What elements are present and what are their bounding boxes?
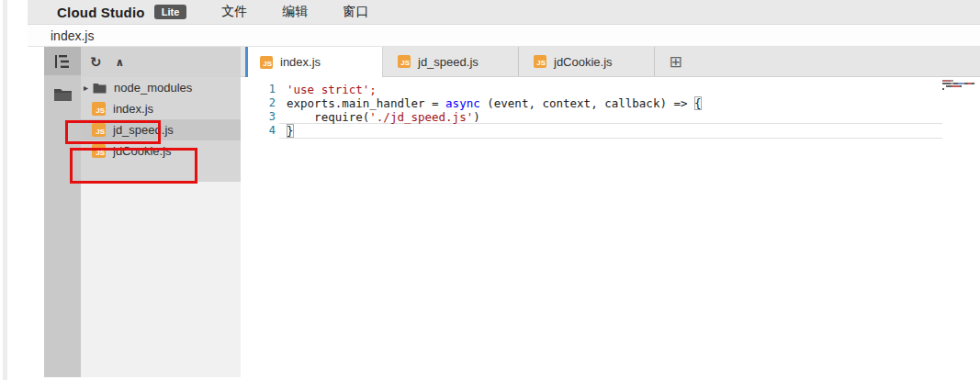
js-file-icon: JS <box>260 56 273 69</box>
minimap-segment <box>952 85 960 87</box>
tree-item-index-js[interactable]: JS index.js <box>81 98 241 119</box>
minimap-segment <box>942 88 944 90</box>
js-file-icon: JS <box>92 144 106 158</box>
js-file-icon: JS <box>92 102 106 116</box>
code-line[interactable]: 4} <box>241 124 980 138</box>
file-name: jd_speed.js <box>113 123 174 137</box>
minimap-line <box>942 83 980 84</box>
code-segment: async <box>445 96 480 110</box>
cloud-studio-window: Cloud Studio Lite 文件 编辑 窗口 index.js <box>28 0 980 377</box>
code-text: require('./jd_speed.js') <box>276 110 480 124</box>
code-text: exports.main_handler = async (event, con… <box>276 96 702 110</box>
matched-bracket: } <box>287 124 294 138</box>
tab-jd-speed-js[interactable]: JS jd_speed.js <box>383 47 519 76</box>
file-name: node_modules <box>114 81 192 95</box>
tab-jdcookie-js[interactable]: JS jdCookie.js <box>519 47 655 76</box>
plus-icon: ⊞ <box>669 52 681 72</box>
minimap-line <box>942 85 980 87</box>
code-text: 'use strict'; <box>276 83 377 96</box>
tab-bar: JS index.js JS jd_speed.js JS jdCookie.j… <box>241 47 980 77</box>
minimap-segment <box>942 83 951 84</box>
code-lines: 1'use strict';2exports.main_handler = as… <box>241 83 980 138</box>
app-logo: Cloud Studio <box>57 5 145 20</box>
line-number: 4 <box>241 124 276 138</box>
lite-badge: Lite <box>154 5 187 19</box>
code-segment: (event, context, callback) => <box>480 96 694 110</box>
code-segment: ) <box>473 110 480 124</box>
minimap-segment <box>942 80 951 82</box>
code-segment: './jd_speed.js' <box>369 110 473 124</box>
menu-file[interactable]: 文件 <box>221 4 247 20</box>
new-tab-button[interactable]: ⊞ <box>655 47 696 76</box>
activity-bar <box>44 47 81 377</box>
tab-label: jdCookie.js <box>554 55 613 69</box>
menu-edit[interactable]: 编辑 <box>282 4 308 20</box>
tab-label: jd_speed.js <box>418 55 479 69</box>
explorer-view-button[interactable] <box>44 47 81 75</box>
line-number: 2 <box>241 96 276 110</box>
minimap-segment <box>972 83 974 84</box>
tree-item-jd-speed-js[interactable]: JS jd_speed.js <box>81 119 241 140</box>
page-edge-divider <box>3 0 7 380</box>
minimap-segment <box>951 80 953 82</box>
file-name: index.js <box>113 102 153 116</box>
menu-window[interactable]: 窗口 <box>343 4 368 20</box>
tab-index-js[interactable]: JS index.js <box>245 47 383 77</box>
file-name: jdCookie.js <box>113 144 172 158</box>
js-file-icon: JS <box>398 55 411 68</box>
tree-item-node-modules[interactable]: ▸ node_modules <box>81 77 241 98</box>
open-file-title: index.js <box>51 28 94 43</box>
breadcrumb: index.js <box>28 25 980 47</box>
collapse-all-icon[interactable]: ∧ <box>116 57 125 68</box>
js-file-icon: JS <box>534 55 546 68</box>
explorer-toolbar: ↻ ∧ <box>81 47 241 77</box>
minimap-segment <box>960 85 962 87</box>
code-editor[interactable]: 1'use strict';2exports.main_handler = as… <box>241 77 980 377</box>
list-tree-icon <box>54 54 72 69</box>
minimap-line <box>942 80 980 82</box>
minimap[interactable] <box>942 77 980 377</box>
code-text: } <box>276 124 294 138</box>
main-area: ↻ ∧ ▸ node_modules JS index.js JS jd_s <box>28 47 980 377</box>
code-segment: 'use strict'; <box>287 83 377 96</box>
line-number: 3 <box>241 110 276 124</box>
line-number: 1 <box>241 83 276 96</box>
tab-label: index.js <box>280 55 321 69</box>
code-segment: exports.main_handler = <box>287 96 445 110</box>
minimap-line <box>942 88 980 90</box>
tree-item-jdcookie-js[interactable]: JS jdCookie.js <box>81 140 241 162</box>
file-explorer: ↻ ∧ ▸ node_modules JS index.js JS jd_s <box>81 47 241 377</box>
code-segment: require( <box>287 110 369 124</box>
folder-view-button[interactable] <box>53 87 73 102</box>
editor-area: JS index.js JS jd_speed.js JS jdCookie.j… <box>241 47 980 377</box>
folder-icon <box>53 87 73 102</box>
code-line[interactable]: 1'use strict'; <box>241 83 980 96</box>
left-gap <box>28 47 44 377</box>
refresh-icon[interactable]: ↻ <box>90 55 102 69</box>
js-file-icon: JS <box>92 123 106 137</box>
menu-bar: Cloud Studio Lite 文件 编辑 窗口 <box>28 0 980 25</box>
chevron-right-icon[interactable]: ▸ <box>84 83 93 93</box>
code-line[interactable]: 2exports.main_handler = async (event, co… <box>241 96 980 110</box>
file-tree: ▸ node_modules JS index.js JS jd_speed.j… <box>81 77 241 182</box>
code-line[interactable]: 3 require('./jd_speed.js') <box>241 110 980 124</box>
matched-bracket: { <box>694 96 702 110</box>
folder-icon <box>93 83 107 94</box>
